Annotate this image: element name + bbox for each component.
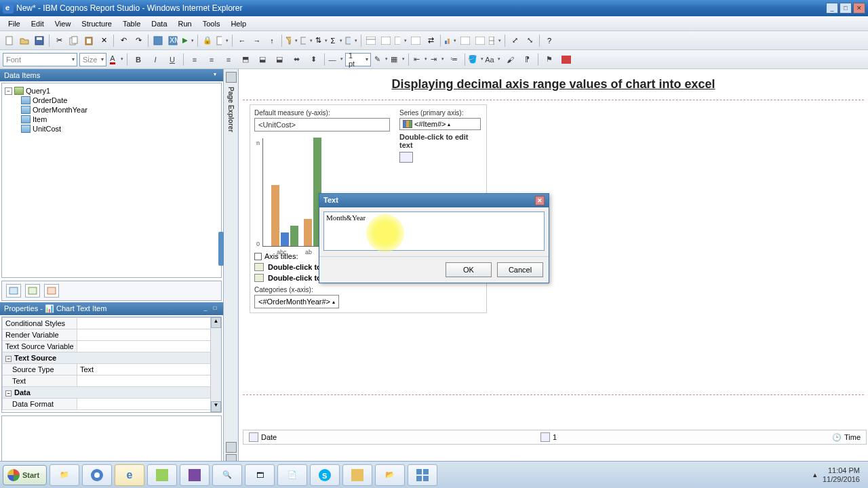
prop-category[interactable]: −Text Source bbox=[3, 352, 221, 364]
chart-title-placeholder[interactable]: Double-click to edit text bbox=[399, 133, 481, 149]
dialog-titlebar[interactable]: Text ✕ bbox=[319, 194, 549, 207]
up-button[interactable]: ↑ bbox=[265, 34, 279, 47]
bold-button[interactable]: B bbox=[131, 53, 146, 66]
justify-h-button[interactable]: ⬌ bbox=[289, 53, 304, 66]
tree-root-query[interactable]: − Query1 bbox=[5, 86, 218, 96]
drill2-button[interactable]: ⤡ bbox=[523, 34, 536, 47]
prop-row[interactable]: Text bbox=[3, 375, 221, 387]
filter-button[interactable] bbox=[285, 34, 298, 47]
task-skype[interactable]: S bbox=[310, 464, 340, 486]
align-left-button[interactable]: ≡ bbox=[187, 53, 202, 66]
layout-button[interactable] bbox=[473, 34, 487, 47]
underline-button[interactable]: U bbox=[165, 53, 180, 66]
tray-expand-icon[interactable]: ▴ bbox=[813, 470, 817, 479]
dialog-close-button[interactable]: ✕ bbox=[535, 196, 545, 205]
new-button[interactable] bbox=[3, 34, 16, 47]
valign-top-button[interactable]: ⬒ bbox=[238, 53, 253, 66]
valign-bottom-button[interactable]: ⬓ bbox=[272, 53, 287, 66]
group-button[interactable] bbox=[394, 34, 408, 47]
ok-button[interactable]: OK bbox=[446, 262, 492, 277]
series-field[interactable]: <#Item#> ▴ bbox=[399, 118, 481, 130]
tree-collapse-icon[interactable]: − bbox=[5, 87, 12, 95]
undo-button[interactable]: ↶ bbox=[117, 34, 130, 47]
cancel-button[interactable]: Cancel bbox=[497, 262, 543, 277]
save-button[interactable] bbox=[33, 34, 46, 47]
pane-toggle-icon[interactable]: ▾ bbox=[211, 71, 219, 79]
task-app[interactable] bbox=[408, 464, 437, 486]
nodata-button[interactable] bbox=[559, 53, 574, 66]
start-button[interactable]: Start bbox=[3, 465, 47, 485]
menu-data[interactable]: Data bbox=[146, 18, 172, 30]
tree-item-unitcost[interactable]: UnitCost bbox=[5, 124, 218, 134]
prop-category[interactable]: −Data bbox=[3, 387, 221, 399]
menu-tools[interactable]: Tools bbox=[197, 18, 226, 30]
insert-button[interactable] bbox=[458, 34, 472, 47]
indent-right-button[interactable]: ⇥ bbox=[429, 53, 444, 66]
categories-field[interactable]: <#OrderMonthYear#> ▴ bbox=[254, 295, 339, 308]
task-explorer[interactable]: 📁 bbox=[50, 464, 79, 486]
font-color-button[interactable]: A bbox=[108, 53, 123, 66]
italic-button[interactable]: I bbox=[148, 53, 163, 66]
pivot-button[interactable] bbox=[409, 34, 422, 47]
validate-button[interactable] bbox=[151, 34, 165, 47]
menu-table[interactable]: Table bbox=[117, 18, 146, 30]
close-button[interactable]: ✕ bbox=[853, 3, 865, 14]
default-measure-field[interactable]: <UnitCost> bbox=[254, 118, 390, 131]
drill-button[interactable]: ⤢ bbox=[508, 34, 521, 47]
task-notepadpp[interactable] bbox=[147, 464, 177, 486]
bgcolor-button[interactable]: 🪣 bbox=[469, 53, 484, 66]
task-chrome[interactable] bbox=[82, 464, 112, 486]
align-center-button[interactable]: ≡ bbox=[204, 53, 219, 66]
cut-button[interactable]: ✂ bbox=[52, 34, 66, 47]
pane-min-icon[interactable]: _ bbox=[201, 305, 210, 313]
prop-row[interactable]: Data Format bbox=[3, 399, 221, 410]
pane-max-icon[interactable]: □ bbox=[211, 305, 219, 313]
insertable-objects-button[interactable] bbox=[6, 284, 21, 298]
prop-row[interactable]: Render Variable bbox=[3, 329, 221, 341]
sort-button[interactable]: ⇅ bbox=[315, 34, 328, 47]
help-button[interactable]: ? bbox=[542, 34, 556, 47]
prop-row[interactable]: Conditional Styles bbox=[3, 318, 221, 329]
page-title[interactable]: Displaying decimal axis range values of … bbox=[391, 77, 715, 91]
properties-scrollbar[interactable]: ▲ ▼ bbox=[210, 317, 221, 412]
back-button[interactable]: ← bbox=[235, 34, 249, 47]
brush-button[interactable]: 🖌 bbox=[502, 53, 517, 66]
table-button[interactable] bbox=[488, 34, 502, 47]
borders-button[interactable]: ▦ bbox=[390, 53, 405, 66]
section-button[interactable] bbox=[379, 34, 393, 47]
run-button[interactable] bbox=[181, 34, 195, 47]
bullets-button[interactable]: ≔ bbox=[446, 53, 461, 66]
summarize-button[interactable]: Σ bbox=[330, 34, 343, 47]
task-folder[interactable]: 📂 bbox=[375, 464, 405, 486]
border-color-button[interactable]: ✎ bbox=[373, 53, 388, 66]
tree-item-ordermonthyear[interactable]: OrderMonthYear bbox=[5, 105, 218, 115]
indent-left-button[interactable]: ⇤ bbox=[412, 53, 427, 66]
prop-row[interactable]: Text Source Variable bbox=[3, 341, 221, 352]
menu-view[interactable]: View bbox=[50, 18, 77, 30]
page-button[interactable] bbox=[216, 34, 229, 47]
eyedropper-button[interactable]: ⁋ bbox=[519, 53, 534, 66]
lock-button[interactable]: 🔒 bbox=[201, 34, 214, 47]
task-vs[interactable] bbox=[180, 464, 210, 486]
font-combo[interactable]: Font bbox=[3, 53, 77, 66]
legend-thumb[interactable] bbox=[399, 152, 413, 163]
scroll-up-icon[interactable]: ▲ bbox=[211, 317, 221, 328]
open-button[interactable] bbox=[18, 34, 31, 47]
xml-button[interactable]: XML bbox=[166, 34, 180, 47]
axis-titles-checkbox[interactable] bbox=[254, 253, 262, 260]
prop-row[interactable]: Source TypeText bbox=[3, 364, 221, 375]
size-combo[interactable]: Size bbox=[79, 53, 106, 66]
task-window[interactable]: 🗔 bbox=[245, 464, 275, 486]
query-explorer-button[interactable] bbox=[25, 284, 40, 298]
menu-edit[interactable]: Edit bbox=[26, 18, 50, 30]
scroll-down-icon[interactable]: ▼ bbox=[211, 401, 221, 412]
condition-explorer-button[interactable] bbox=[44, 284, 59, 298]
swap-button[interactable]: ⇄ bbox=[424, 34, 437, 47]
style-button[interactable]: Aa bbox=[486, 53, 500, 66]
copy-button[interactable] bbox=[67, 34, 81, 47]
page-explorer-tab[interactable]: Page Explorer bbox=[224, 69, 239, 477]
menu-structure[interactable]: Structure bbox=[76, 18, 117, 30]
forward-button[interactable]: → bbox=[250, 34, 264, 47]
justify-v-button[interactable]: ⬍ bbox=[306, 53, 321, 66]
task-notepad[interactable]: 📄 bbox=[277, 464, 307, 486]
